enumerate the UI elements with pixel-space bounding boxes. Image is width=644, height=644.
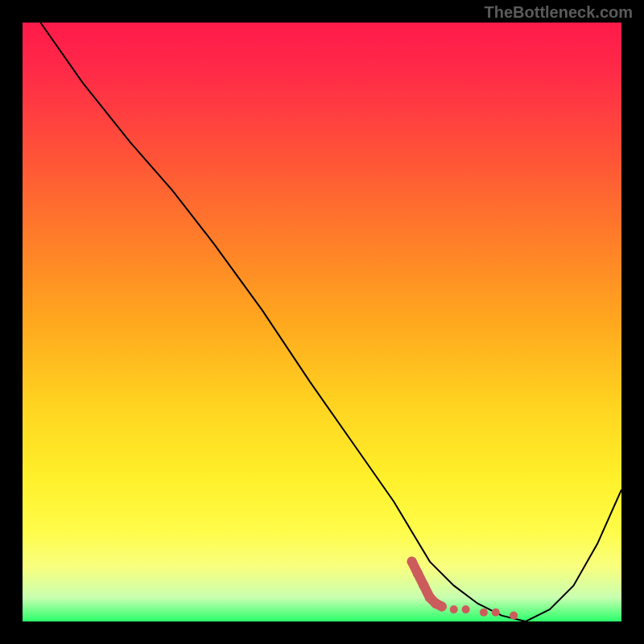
bottleneck-curve [40,23,621,621]
gpu-marker [480,609,488,617]
gpu-marker [437,601,447,611]
gpu-marker [450,605,458,613]
candidate-gpu-markers [407,557,518,620]
gpu-marker [413,569,423,579]
gpu-marker [510,612,518,620]
gpu-marker [407,557,417,567]
gpu-marker [462,605,470,613]
watermark-text: TheBottleneck.com [485,3,633,22]
gpu-marker [419,580,429,590]
plot-area [23,23,621,621]
chart-svg [23,23,621,621]
gpu-marker [492,609,500,617]
